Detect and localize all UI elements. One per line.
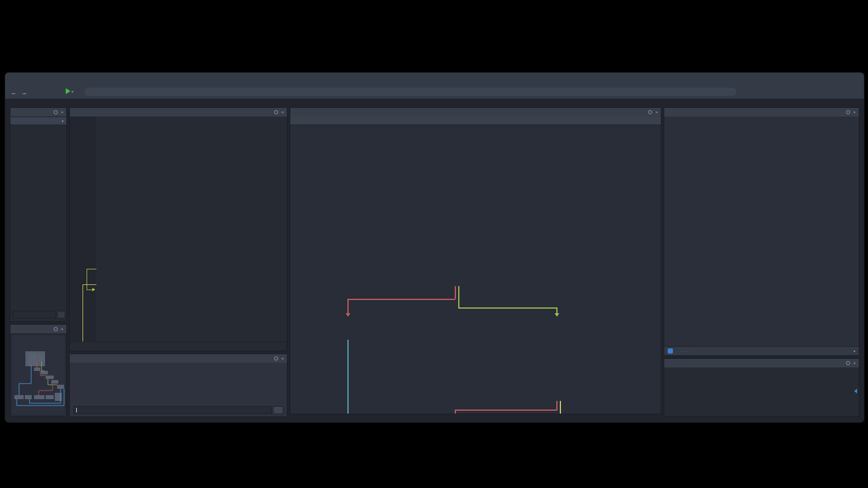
debug-start-button[interactable]: ▾: [66, 88, 73, 94]
close-icon[interactable]: ×: [61, 110, 63, 115]
search-input[interactable]: [84, 88, 736, 96]
forward-button[interactable]: →: [19, 89, 29, 96]
graph-overview-canvas[interactable]: [12, 335, 65, 415]
functions-name-header[interactable]: ▾: [10, 117, 66, 125]
console-prompt-line: [70, 363, 287, 369]
menu-bar: [5, 73, 864, 85]
jump-line-yellow: [83, 284, 96, 285]
chevron-down-icon: ▾: [854, 349, 855, 353]
graph-titlebar: ×: [290, 108, 661, 117]
edge-true: [556, 307, 558, 313]
function-signature-bar: [290, 117, 661, 125]
chevron-down-icon: ▾: [62, 119, 63, 123]
gear-icon[interactable]: [54, 110, 58, 114]
gear-icon[interactable]: [846, 110, 850, 114]
hexdump-panel: ×: [664, 358, 859, 417]
text-cursor: [76, 408, 77, 412]
bottom-tab-bar: [70, 341, 287, 351]
graph-overview-titlebar: ×: [10, 325, 66, 334]
gear-icon[interactable]: [274, 356, 278, 361]
cutter-window: ← → ▾ × ▾: [5, 72, 865, 423]
close-icon[interactable]: ×: [655, 110, 658, 115]
edge-false: [347, 299, 349, 314]
minimap-graphic: [12, 335, 66, 416]
console-input[interactable]: [73, 406, 272, 414]
disassembly-panel: ×: [69, 107, 287, 351]
edge-false: [347, 299, 455, 300]
chevron-down-icon: ▾: [72, 89, 73, 93]
close-icon[interactable]: ×: [853, 110, 856, 115]
hexdump-table: [664, 367, 859, 416]
graph-overview-panel: ×: [10, 324, 67, 417]
jump-line-green: [87, 269, 87, 290]
close-icon[interactable]: ×: [281, 110, 284, 115]
console-panel: ×: [69, 354, 287, 417]
filter-clear-button[interactable]: [57, 311, 65, 318]
gear-icon[interactable]: [648, 110, 652, 114]
jump-line-green: [87, 290, 92, 290]
decompiler-panel: × ▾: [664, 107, 859, 356]
jump-line-green: [87, 269, 96, 269]
back-button[interactable]: ←: [9, 89, 19, 96]
functions-panel-titlebar: ×: [10, 108, 66, 117]
jump-target-arrow-icon: [92, 288, 95, 291]
edge-true-2: [560, 401, 561, 414]
edge-arrow-green-icon: [555, 313, 559, 317]
console-send-button[interactable]: [273, 406, 283, 414]
close-icon[interactable]: ×: [281, 356, 284, 361]
functions-panel: × ▾: [10, 107, 67, 322]
gear-icon[interactable]: [846, 361, 850, 365]
close-icon[interactable]: ×: [61, 327, 63, 332]
console-output: [70, 363, 287, 416]
edge-arrow-red-icon: [346, 313, 350, 317]
refresh-button[interactable]: [680, 351, 689, 352]
console-titlebar: ×: [70, 354, 287, 363]
quick-filter-input[interactable]: [13, 311, 56, 318]
decompiler-titlebar: ×: [664, 108, 859, 117]
gear-icon[interactable]: [54, 327, 58, 331]
edge-true: [458, 286, 459, 307]
decompiler-code: [664, 117, 859, 346]
edge-false-2: [455, 410, 456, 414]
edge-false-2: [556, 401, 558, 410]
jump-line-yellow: [83, 284, 83, 341]
hexdump-titlebar: ×: [664, 359, 859, 368]
address-seekbar[interactable]: [10, 100, 859, 105]
edge-true: [458, 307, 557, 309]
decompiler-footer: ▾: [664, 346, 859, 355]
edge-unconditional: [347, 340, 349, 414]
seek-indicator-icon: [854, 389, 857, 393]
gear-icon[interactable]: [274, 110, 278, 114]
disassembly-titlebar: ×: [70, 108, 287, 117]
toolbar: ← → ▾: [5, 85, 864, 99]
close-icon[interactable]: ×: [853, 361, 856, 366]
graph-canvas[interactable]: [290, 125, 661, 414]
edge-false: [455, 286, 456, 299]
disassembly-listing: [70, 117, 287, 341]
desktop: ← → ▾ × ▾: [0, 0, 868, 488]
graph-panel: ×: [290, 107, 661, 414]
auto-refresh-checkbox[interactable]: [668, 348, 673, 354]
edge-false-2: [455, 410, 557, 411]
play-icon: [66, 88, 70, 94]
